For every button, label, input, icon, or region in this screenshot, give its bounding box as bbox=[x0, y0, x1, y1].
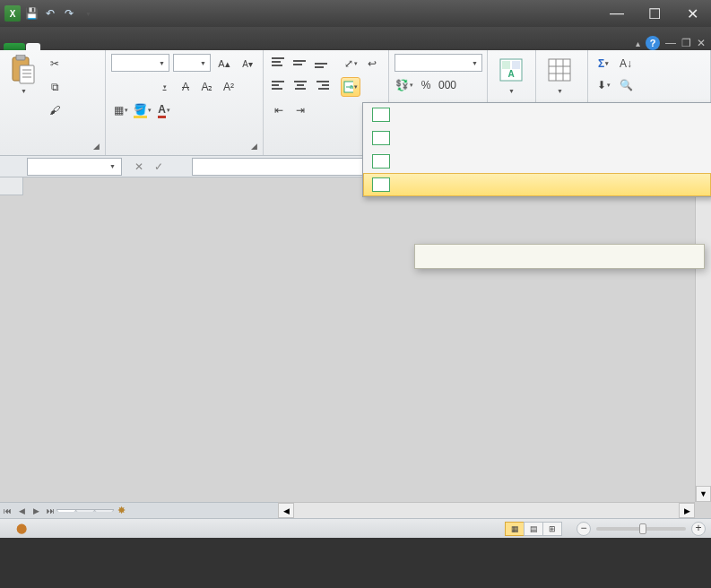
group-clipboard: ▼ ✂ ⧉ 🖌 ◢ bbox=[0, 50, 106, 155]
align-left-button[interactable] bbox=[269, 77, 289, 97]
strike-button[interactable]: A bbox=[176, 77, 195, 97]
sort-filter-button[interactable]: A↓ bbox=[616, 54, 636, 74]
tab-page-layout[interactable] bbox=[56, 43, 71, 50]
clipboard-dialog-launcher[interactable]: ◢ bbox=[91, 142, 101, 152]
align-middle-button[interactable] bbox=[290, 54, 310, 74]
redo-icon[interactable]: ↷ bbox=[61, 5, 77, 22]
align-top-button[interactable] bbox=[269, 54, 289, 74]
clipboard-group-label: ◢ bbox=[5, 151, 100, 153]
merge-cells-icon bbox=[372, 154, 390, 169]
font-color-button[interactable]: A▾ bbox=[154, 100, 174, 120]
italic-button[interactable] bbox=[133, 77, 152, 97]
svg-rect-11 bbox=[512, 61, 520, 69]
merge-cells-item[interactable] bbox=[363, 150, 711, 173]
cancel-formula-button[interactable]: ✕ bbox=[129, 160, 149, 173]
zoom-in-button[interactable]: + bbox=[691, 522, 706, 536]
new-sheet-button[interactable]: ✸ bbox=[117, 505, 134, 517]
zoom-out-button[interactable]: − bbox=[577, 522, 591, 536]
qat-dropdown-icon[interactable]: ▼ bbox=[80, 5, 96, 22]
minimize-button[interactable]: — bbox=[598, 0, 636, 27]
undo-icon[interactable]: ↶ bbox=[42, 5, 58, 22]
find-select-button[interactable]: 🔍 bbox=[616, 75, 636, 95]
select-all-corner[interactable] bbox=[0, 177, 23, 195]
superscript-button[interactable]: A² bbox=[219, 77, 238, 97]
app-menu-icon[interactable]: X bbox=[4, 5, 21, 22]
align-right-button[interactable] bbox=[312, 77, 332, 97]
sheet-nav-next[interactable]: ▶ bbox=[29, 506, 43, 515]
vertical-scrollbar[interactable]: ▲▼ bbox=[695, 177, 711, 502]
autosum-button[interactable]: Σ▾ bbox=[594, 54, 613, 74]
fill-color-button[interactable]: 🪣▾ bbox=[133, 100, 152, 120]
page-break-view-button[interactable]: ⊞ bbox=[542, 522, 562, 536]
cells-icon bbox=[545, 56, 574, 84]
merge-center-button[interactable]: a▾ bbox=[341, 77, 360, 97]
close-button[interactable]: ✕ bbox=[673, 0, 711, 27]
merge-center-icon bbox=[372, 108, 390, 122]
help-icon[interactable]: ? bbox=[646, 36, 660, 50]
font-name-combo[interactable]: ▼ bbox=[111, 54, 169, 72]
page-layout-view-button[interactable]: ▤ bbox=[524, 522, 543, 536]
fill-button[interactable]: ⬇▾ bbox=[594, 75, 613, 95]
tab-home[interactable] bbox=[26, 43, 40, 50]
number-format-combo[interactable]: ▼ bbox=[395, 54, 482, 72]
shrink-font-button[interactable]: A▾ bbox=[238, 54, 257, 74]
copy-button[interactable]: ⧉ bbox=[45, 77, 65, 97]
merge-center-item[interactable] bbox=[363, 103, 711, 126]
align-bottom-button[interactable] bbox=[312, 54, 332, 74]
zoom-slider[interactable] bbox=[596, 527, 686, 531]
sheet-nav-last[interactable]: ⏭ bbox=[43, 506, 57, 515]
macro-record-icon[interactable]: ⬤ bbox=[16, 523, 27, 534]
paste-dropdown-arrow: ▼ bbox=[21, 88, 27, 94]
tab-view[interactable] bbox=[117, 43, 132, 50]
font-size-combo[interactable]: ▼ bbox=[173, 54, 211, 72]
file-tab[interactable] bbox=[4, 43, 25, 50]
save-icon[interactable]: 💾 bbox=[23, 5, 39, 22]
name-box[interactable]: ▼ bbox=[27, 158, 122, 176]
percent-format-button[interactable]: % bbox=[416, 75, 436, 95]
subscript-button[interactable]: A₂ bbox=[197, 77, 217, 97]
underline-button[interactable]: ▾ bbox=[154, 77, 174, 97]
enter-formula-button[interactable]: ✓ bbox=[149, 160, 169, 173]
tab-formulas[interactable] bbox=[72, 43, 86, 50]
sheet-tab-3[interactable] bbox=[94, 509, 114, 512]
paste-icon bbox=[9, 56, 38, 84]
normal-view-button[interactable]: ▦ bbox=[505, 522, 525, 536]
decrease-indent-button[interactable]: ⇤ bbox=[269, 100, 289, 120]
ribbon: ▼ ✂ ⧉ 🖌 ◢ ▼ ▼ A▴ A▾ ▾ A A₂ bbox=[0, 50, 711, 156]
workbook-minimize-icon[interactable]: — bbox=[665, 37, 676, 49]
bold-button[interactable] bbox=[111, 77, 131, 97]
group-font: ▼ ▼ A▴ A▾ ▾ A A₂ A² ▦▾ 🪣▾ A▾ ◢ bbox=[106, 50, 264, 155]
workbook-restore-icon[interactable]: ❐ bbox=[681, 37, 691, 49]
grow-font-button[interactable]: A▴ bbox=[214, 54, 234, 74]
workbook-close-icon[interactable]: ✕ bbox=[697, 37, 706, 49]
sheet-tab-2[interactable] bbox=[75, 509, 95, 512]
horizontal-scrollbar[interactable]: ◀▶ bbox=[278, 502, 695, 518]
ribbon-minimize-icon[interactable]: ▴ bbox=[636, 39, 640, 48]
borders-button[interactable]: ▦▾ bbox=[111, 100, 131, 120]
font-dialog-launcher[interactable]: ◢ bbox=[248, 142, 259, 152]
sheet-nav-first[interactable]: ⏮ bbox=[0, 506, 14, 515]
maximize-button[interactable]: ☐ bbox=[636, 0, 673, 27]
styles-button[interactable]: A▼ bbox=[493, 54, 529, 96]
tab-data[interactable] bbox=[87, 43, 101, 50]
orientation-button[interactable]: ⤢▾ bbox=[341, 54, 360, 74]
tooltip bbox=[414, 244, 705, 269]
merge-across-item[interactable] bbox=[363, 126, 711, 150]
cut-button[interactable]: ✂ bbox=[45, 54, 65, 74]
cell-area[interactable] bbox=[23, 195, 695, 502]
accounting-format-button[interactable]: 💱▾ bbox=[395, 75, 414, 95]
paste-button[interactable]: ▼ bbox=[5, 54, 41, 96]
styles-icon: A bbox=[497, 56, 525, 84]
comma-format-button[interactable]: 000 bbox=[438, 75, 457, 95]
status-bar: ⬤ ▦ ▤ ⊞ − + bbox=[0, 518, 711, 538]
cells-button[interactable]: ▼ bbox=[542, 54, 577, 96]
increase-indent-button[interactable]: ⇥ bbox=[290, 100, 310, 120]
tab-insert[interactable] bbox=[41, 43, 56, 50]
format-painter-button[interactable]: 🖌 bbox=[45, 100, 65, 120]
align-center-button[interactable] bbox=[290, 77, 310, 97]
sheet-nav-prev[interactable]: ◀ bbox=[14, 506, 29, 515]
sheet-tab-1[interactable] bbox=[56, 509, 76, 512]
wrap-text-button[interactable]: ↩ bbox=[362, 54, 382, 74]
tab-review[interactable] bbox=[102, 43, 117, 50]
unmerge-cells-item[interactable] bbox=[363, 173, 711, 196]
